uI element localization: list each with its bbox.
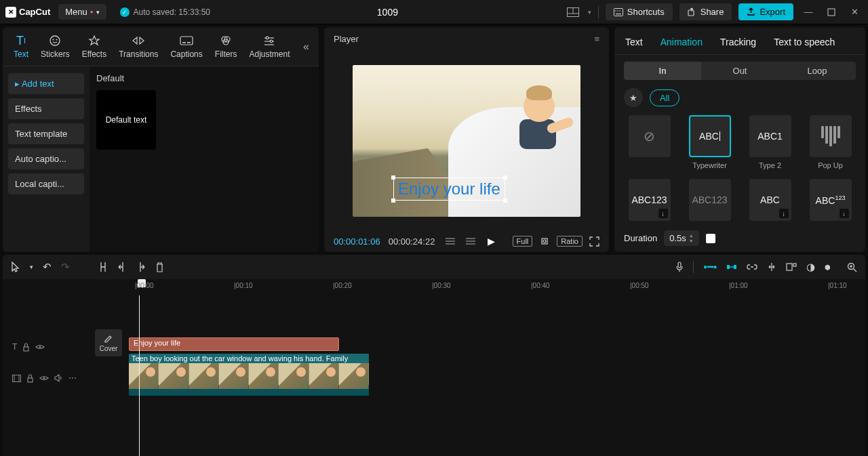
side-local-captions[interactable]: Local capti... [8,173,84,194]
duration-input[interactable]: 0.5s ▲▼ [664,230,699,246]
delete-button[interactable] [155,262,164,272]
svg-point-22 [271,40,273,43]
export-button[interactable]: Export [738,3,793,20]
anim-5[interactable]: ABC123↓ [629,179,671,221]
anim-type2[interactable]: ABC1 [749,115,791,157]
tab-transitions[interactable]: Transitions [113,30,163,63]
tab-text[interactable]: TIText [8,30,34,63]
transitions-icon [132,34,145,47]
text-track-icon: T [12,342,17,352]
anim-popup[interactable] [810,115,852,157]
player-menu-icon[interactable]: ≡ [594,34,599,44]
tab-filters[interactable]: Filters [210,30,243,63]
crop-icon[interactable] [539,236,550,247]
fullscreen-icon[interactable] [589,236,599,247]
step-up[interactable]: ▲ [689,233,694,238]
maximize-button[interactable] [823,4,840,20]
rtab-animation[interactable]: Animation [659,33,704,54]
menu-button[interactable]: Menu●▾ [58,4,106,20]
side-effects[interactable]: Effects [8,98,84,119]
zoom-fit[interactable] [847,262,857,272]
link-button[interactable] [747,264,757,270]
side-text-template[interactable]: Text template [8,123,84,144]
mic-button[interactable] [675,262,684,272]
svg-rect-28 [734,265,736,269]
captions-icon [180,34,193,47]
redo-button[interactable]: ↷ [61,261,70,273]
tab-effects[interactable]: Effects [77,30,112,63]
download-icon: ↓ [779,209,789,218]
preview-toggle[interactable] [786,263,797,271]
timeline-ruler[interactable]: |00:00|00:10|00:20|00:30|00:40|00:50|01:… [3,279,865,295]
play-button[interactable]: ▶ [488,236,495,247]
ruler-tick: |01:10 [828,282,847,289]
magnet-snap[interactable] [726,262,737,272]
app-logo: ✕ CapCut [5,7,50,18]
magnet-main[interactable]: ▪━▪ [703,261,717,273]
collapse-button[interactable]: « [299,37,313,57]
speaker-icon[interactable] [54,374,63,382]
playhead-line[interactable] [139,295,140,456]
close-button[interactable]: ✕ [846,4,863,20]
tab-adjustment[interactable]: Adjustment [243,30,295,63]
split-button[interactable] [98,262,108,272]
split-left[interactable] [117,262,127,272]
default-text-thumb[interactable]: Default text [96,90,156,150]
layout-caret[interactable]: ▾ [588,9,591,16]
anim-7[interactable]: ABC↓ [749,179,791,221]
ratio-button[interactable]: Ratio [557,236,583,247]
pointer-tool[interactable] [11,262,20,272]
svg-rect-38 [13,375,21,381]
svg-rect-36 [24,347,28,351]
eye-icon[interactable] [39,375,49,381]
rtab-tracking[interactable]: Tracking [719,33,757,54]
anim-none[interactable]: ⊘ [629,115,671,157]
text-clip[interactable]: Enjoy your life [129,337,339,351]
tab-stickers[interactable]: Stickers [35,30,75,63]
full-button[interactable]: Full [513,236,533,247]
subtab-loop[interactable]: Loop [778,62,856,80]
svg-rect-14 [182,42,186,43]
rtab-text[interactable]: Text [624,33,644,54]
check-icon: ✓ [120,7,130,17]
video-clip[interactable]: Teen boy looking out the car window and … [129,354,369,396]
player-panel: Player ≡ Enjoy your life 00:00:01:06 00:… [324,27,609,252]
anim-6[interactable]: ABC123 [689,179,731,221]
player-label: Player [334,34,359,44]
svg-point-4 [615,10,616,11]
toggle-a[interactable]: ◑ [806,261,815,273]
ruler-tick: |00:50 [630,282,649,289]
minimize-button[interactable]: ― [800,4,816,20]
eye-icon[interactable] [35,344,45,350]
more-icon[interactable]: ⋯ [68,373,77,383]
align-button[interactable] [767,262,776,272]
tab-captions[interactable]: Captions [165,30,208,63]
list-icon[interactable] [446,238,455,245]
anim-8[interactable]: ABC123↓ [810,179,852,221]
text-overlay[interactable]: Enjoy your life [393,178,505,201]
svg-line-35 [854,268,857,272]
anim-typewriter[interactable]: ABC [689,115,731,157]
svg-rect-9 [828,9,835,16]
subtab-out[interactable]: Out [701,62,778,80]
side-add-text[interactable]: ▸ Add text [8,73,84,94]
layout-icon[interactable] [565,4,581,20]
toggle-b[interactable]: ⬢ [825,264,831,271]
rtab-tts[interactable]: Text to speech [772,33,836,54]
lock-icon[interactable] [22,343,30,352]
list-icon-2[interactable] [466,238,475,245]
filter-all[interactable]: All [650,89,679,106]
step-down[interactable]: ▼ [689,239,694,243]
pointer-caret[interactable]: ▾ [30,264,33,270]
svg-rect-13 [180,37,193,45]
split-right[interactable] [136,262,146,272]
favorites-button[interactable]: ★ [624,88,643,107]
shortcuts-button[interactable]: Shortcuts [606,3,673,20]
share-button[interactable]: Share [679,3,732,20]
duration-slider-handle[interactable] [706,234,715,243]
lock-icon[interactable] [26,374,34,383]
side-auto-captions[interactable]: Auto captio... [8,148,84,169]
subtab-in[interactable]: In [624,62,701,80]
video-preview[interactable]: Enjoy your life [353,65,580,217]
undo-button[interactable]: ↶ [43,261,52,273]
